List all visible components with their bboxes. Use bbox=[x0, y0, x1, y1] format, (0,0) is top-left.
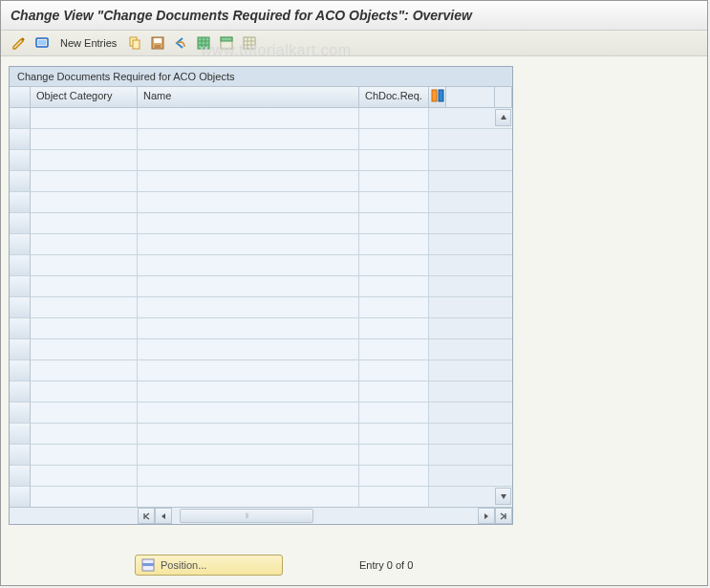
vscroll-track[interactable] bbox=[495, 171, 512, 192]
cell-object-category[interactable] bbox=[31, 255, 138, 276]
cell-object-category[interactable] bbox=[31, 445, 138, 466]
h-scroll-right[interactable] bbox=[478, 508, 495, 524]
change-icon[interactable] bbox=[11, 34, 28, 52]
row-handle[interactable] bbox=[10, 150, 31, 171]
deselect-icon[interactable] bbox=[241, 34, 258, 52]
cell-object-category[interactable] bbox=[31, 381, 138, 403]
row-handle[interactable] bbox=[10, 213, 31, 234]
cell-object-category[interactable] bbox=[31, 276, 138, 297]
vscroll-track[interactable] bbox=[495, 276, 512, 297]
vscroll-track[interactable] bbox=[495, 234, 512, 255]
scroll-down-button[interactable] bbox=[495, 488, 511, 505]
cell-chdoc-req[interactable] bbox=[359, 150, 429, 171]
cell-object-category[interactable] bbox=[31, 192, 138, 213]
position-button[interactable]: Position... bbox=[135, 555, 283, 576]
vscroll-track[interactable] bbox=[495, 339, 512, 360]
h-scroll-first[interactable] bbox=[138, 508, 155, 524]
cell-object-category[interactable] bbox=[31, 108, 138, 129]
row-handle[interactable] bbox=[10, 297, 31, 318]
cell-chdoc-req[interactable] bbox=[359, 234, 429, 255]
cell-chdoc-req[interactable] bbox=[359, 424, 429, 445]
save-icon[interactable] bbox=[149, 34, 166, 52]
cell-chdoc-req[interactable] bbox=[359, 108, 429, 129]
col-name[interactable]: Name bbox=[138, 87, 359, 108]
row-handle[interactable] bbox=[10, 129, 31, 150]
cell-name[interactable] bbox=[138, 424, 359, 445]
cell-chdoc-req[interactable] bbox=[359, 487, 429, 508]
new-entries-button[interactable]: New Entries bbox=[60, 37, 117, 49]
vscroll-track[interactable] bbox=[495, 192, 512, 213]
cell-name[interactable] bbox=[138, 360, 359, 381]
cell-chdoc-req[interactable] bbox=[359, 445, 429, 466]
cell-chdoc-req[interactable] bbox=[359, 339, 429, 360]
cell-chdoc-req[interactable] bbox=[359, 276, 429, 297]
cell-name[interactable] bbox=[138, 487, 359, 508]
cell-chdoc-req[interactable] bbox=[359, 403, 429, 424]
cell-name[interactable] bbox=[138, 234, 359, 255]
cell-object-category[interactable] bbox=[31, 234, 138, 255]
cell-object-category[interactable] bbox=[31, 213, 138, 234]
select-all-icon[interactable] bbox=[195, 34, 212, 52]
row-handle[interactable] bbox=[10, 234, 31, 255]
row-handle[interactable] bbox=[10, 192, 31, 213]
vscroll-track[interactable] bbox=[495, 424, 512, 445]
cell-chdoc-req[interactable] bbox=[359, 171, 429, 192]
cell-object-category[interactable] bbox=[31, 171, 138, 192]
undo-icon[interactable] bbox=[172, 34, 189, 52]
cell-object-category[interactable] bbox=[31, 318, 138, 339]
row-handle[interactable] bbox=[10, 318, 31, 339]
vscroll-track[interactable] bbox=[495, 213, 512, 234]
row-handle[interactable] bbox=[10, 466, 31, 487]
cell-name[interactable] bbox=[138, 445, 359, 466]
scroll-up-button[interactable] bbox=[495, 109, 511, 126]
cell-chdoc-req[interactable] bbox=[359, 297, 429, 318]
cell-name[interactable] bbox=[138, 403, 359, 424]
cell-object-category[interactable] bbox=[31, 297, 138, 318]
row-handle[interactable] bbox=[10, 445, 31, 466]
cell-name[interactable] bbox=[138, 192, 359, 213]
cell-chdoc-req[interactable] bbox=[359, 255, 429, 276]
h-scroll-thumb[interactable] bbox=[180, 509, 313, 523]
col-chdoc-req[interactable]: ChDoc.Req. bbox=[359, 87, 429, 108]
vscroll-track[interactable] bbox=[495, 129, 512, 150]
display-icon[interactable] bbox=[33, 34, 51, 52]
vscroll-track[interactable] bbox=[495, 360, 512, 381]
vscroll-track[interactable] bbox=[495, 381, 512, 403]
vscroll-track[interactable] bbox=[495, 297, 512, 318]
row-select-header[interactable] bbox=[10, 87, 31, 108]
row-handle[interactable] bbox=[10, 424, 31, 445]
cell-name[interactable] bbox=[138, 129, 359, 150]
cell-name[interactable] bbox=[138, 297, 359, 318]
cell-name[interactable] bbox=[138, 339, 359, 360]
h-scroll-track[interactable] bbox=[172, 508, 478, 524]
h-scroll-last[interactable] bbox=[495, 508, 512, 524]
cell-object-category[interactable] bbox=[31, 487, 138, 508]
cell-chdoc-req[interactable] bbox=[359, 318, 429, 339]
row-handle[interactable] bbox=[10, 171, 31, 192]
cell-chdoc-req[interactable] bbox=[359, 381, 429, 403]
col-object-category[interactable]: Object Category bbox=[31, 87, 138, 108]
cell-chdoc-req[interactable] bbox=[359, 213, 429, 234]
cell-name[interactable] bbox=[138, 255, 359, 276]
vscroll-track[interactable] bbox=[495, 445, 512, 466]
row-handle[interactable] bbox=[10, 255, 31, 276]
cell-name[interactable] bbox=[138, 276, 359, 297]
cell-name[interactable] bbox=[138, 466, 359, 487]
cell-name[interactable] bbox=[138, 381, 359, 403]
cell-object-category[interactable] bbox=[31, 150, 138, 171]
cell-name[interactable] bbox=[138, 213, 359, 234]
copy-icon[interactable] bbox=[126, 34, 143, 52]
cell-object-category[interactable] bbox=[31, 129, 138, 150]
config-col-icon[interactable] bbox=[429, 87, 446, 108]
cell-object-category[interactable] bbox=[31, 424, 138, 445]
row-handle[interactable] bbox=[10, 339, 31, 360]
cell-object-category[interactable] bbox=[31, 466, 138, 487]
cell-chdoc-req[interactable] bbox=[359, 360, 429, 381]
cell-name[interactable] bbox=[138, 150, 359, 171]
cell-name[interactable] bbox=[138, 318, 359, 339]
vscroll-track[interactable] bbox=[495, 466, 512, 487]
vscroll-track[interactable] bbox=[495, 255, 512, 276]
vscroll-track[interactable] bbox=[495, 150, 512, 171]
cell-name[interactable] bbox=[138, 171, 359, 192]
cell-object-category[interactable] bbox=[31, 339, 138, 360]
